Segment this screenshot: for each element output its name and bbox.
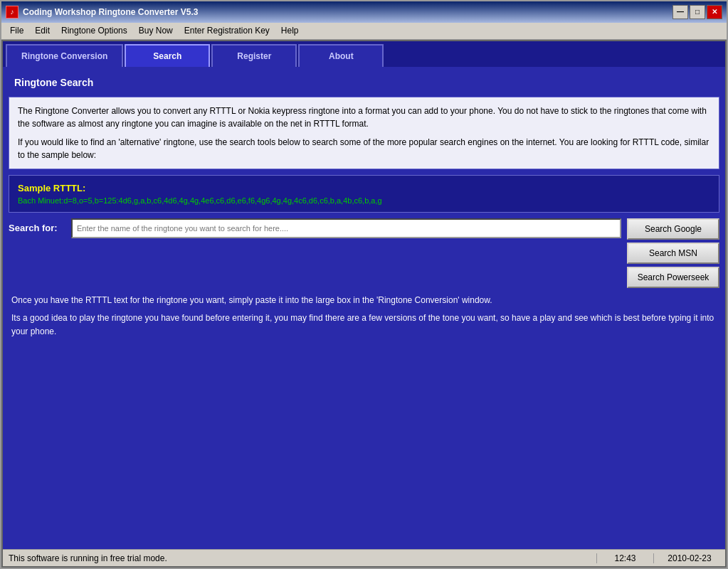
minimize-button[interactable]: — <box>672 5 688 19</box>
menu-help[interactable]: Help <box>275 24 305 37</box>
menu-enter-registration[interactable]: Enter Registration Key <box>179 24 275 37</box>
content-area: Ringtone Search The Ringtone Converter a… <box>3 67 725 549</box>
tab-spacer <box>385 44 722 67</box>
tab-ringtone-conversion[interactable]: Ringtone Conversion <box>6 44 123 67</box>
info-box: The Ringtone Converter allows you to con… <box>9 97 719 169</box>
close-button[interactable]: ✕ <box>707 5 722 19</box>
bottom-text-2: Its a good idea to play the ringtone you… <box>11 312 717 339</box>
search-msn-button[interactable]: Search MSN <box>627 243 719 264</box>
rtttl-sample: Bach Minuet:d=8,o=5,b=125:4d6,g,a,b,c6,4… <box>18 196 710 205</box>
app-body: Ringtone Conversion Search Register Abou… <box>1 40 727 568</box>
window-frame: ♪ Coding Workshop Ringtone Converter V5.… <box>0 0 728 569</box>
tab-register[interactable]: Register <box>211 44 297 67</box>
info-paragraph-1: The Ringtone Converter allows you to con… <box>18 105 710 130</box>
status-time: 12:43 <box>597 553 654 563</box>
title-bar: ♪ Coding Workshop Ringtone Converter V5.… <box>1 1 727 23</box>
menu-ringtone-options[interactable]: Ringtone Options <box>56 24 133 37</box>
tab-bar: Ringtone Conversion Search Register Abou… <box>3 41 725 67</box>
section-title: Ringtone Search <box>9 73 719 92</box>
menu-edit[interactable]: Edit <box>29 24 56 37</box>
rtttl-label: Sample RTTTL: <box>18 183 710 193</box>
rtttl-box: Sample RTTTL: Bach Minuet:d=8,o=5,b=125:… <box>9 175 719 213</box>
maximize-button[interactable]: □ <box>690 5 705 19</box>
window-controls: — □ ✕ <box>672 5 722 19</box>
tab-search[interactable]: Search <box>125 44 210 67</box>
menu-bar: File Edit Ringtone Options Buy Now Enter… <box>1 23 727 40</box>
search-buttons: Search Google Search MSN Search Powersee… <box>627 218 719 288</box>
bottom-text: Once you have the RTTTL text for the rin… <box>9 294 719 339</box>
status-bar: This software is running in free trial m… <box>3 549 725 566</box>
menu-buy-now[interactable]: Buy Now <box>133 24 179 37</box>
window-title: Coding Workshop Ringtone Converter V5.3 <box>23 7 672 17</box>
search-google-button[interactable]: Search Google <box>627 218 719 240</box>
menu-file[interactable]: File <box>4 24 29 37</box>
status-message: This software is running in free trial m… <box>3 553 597 563</box>
search-row: Search for: Search Google Search MSN Sea… <box>9 218 719 288</box>
status-date: 2010-02-23 <box>654 553 725 563</box>
info-paragraph-2: If you would like to find an 'alternativ… <box>18 136 710 161</box>
search-label: Search for: <box>9 218 65 233</box>
bottom-text-1: Once you have the RTTTL text for the rin… <box>11 294 717 307</box>
search-input[interactable] <box>71 218 621 238</box>
search-powerseek-button[interactable]: Search Powerseek <box>627 267 719 288</box>
app-icon: ♪ <box>6 6 19 18</box>
tab-about[interactable]: About <box>298 44 384 67</box>
